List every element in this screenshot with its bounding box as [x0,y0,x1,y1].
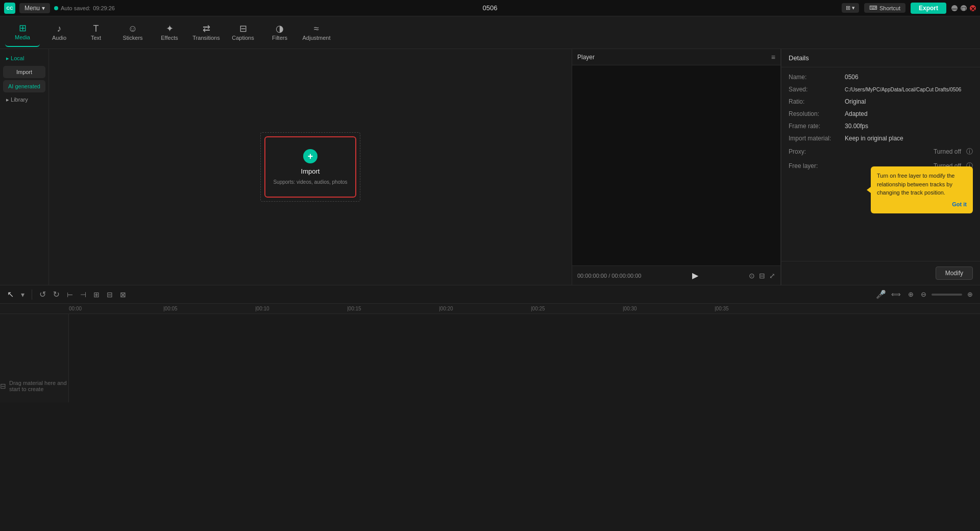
menu-button[interactable]: Menu ▾ [19,3,50,13]
library-label: ▸ Library [6,96,28,103]
player-menu-button[interactable]: ≡ [771,53,775,61]
maximize-button[interactable]: □ [961,5,967,11]
drag-hint-text: Drag material here and start to create [9,380,68,392]
toolbar-text[interactable]: T Text [79,18,113,47]
import-sidebar-button[interactable]: Import [3,66,45,78]
proxy-row: Proxy: Turned off ⓘ [789,147,973,156]
saved-value: C:/Users/MyPC/AppData/Local/CapCut Draft… [845,87,961,92]
filters-label: Filters [272,35,287,41]
fullscreen-button[interactable]: ⤢ [769,272,775,280]
toolbar-audio[interactable]: ♪ Audio [42,18,77,47]
undo-button[interactable]: ↺ [37,288,48,300]
play-button[interactable]: ▶ [692,271,698,280]
media-label: Media [15,34,30,40]
layout-chevron: ▾ [852,5,855,11]
timeline-ruler: 00:00 |00:05 |00:10 |00:15 |00:20 |00:25… [0,304,980,314]
tooltip-text: Turn on free layer to modify the relatio… [877,173,954,196]
text-label: Text [91,35,101,41]
split-button[interactable]: ⊢ [65,289,75,300]
media-icon: ⊞ [19,23,27,33]
resolution-label: Resolution: [789,110,845,117]
toolbar-media[interactable]: ⊞ Media [5,18,40,47]
effects-icon: ✦ [166,24,174,33]
player-controls: 00:00:00:00 / 00:00:00:00 ▶ ⊙ ⊟ ⤢ [572,266,780,285]
modify-button[interactable]: Modify [936,267,973,280]
ai-generated-button[interactable]: AI generated [3,80,45,92]
layout-button[interactable]: ⊞ ▾ [842,3,859,13]
ratio-button[interactable]: ⊟ [759,272,765,280]
ratio-label: Ratio: [789,98,845,105]
details-footer: Modify [781,261,980,285]
sidebar-library[interactable]: ▸ Library [3,94,45,105]
sidebar-local[interactable]: ▸ Local [3,53,45,64]
shortcut-button[interactable]: ⌨ Shortcut [864,3,905,13]
timeline-toolbar: ↖ ▾ ↺ ↺ ⊢ ⊣ ⊞ ⊟ ⊠ 🎤 ⟺ ⊕ ⊖ ⊕ [0,285,980,304]
auto-save-text: Auto saved: [61,5,90,11]
player-title: Player [577,54,595,61]
close-button[interactable]: ✕ [970,5,976,11]
logo-icon: CC [4,3,15,14]
export-button[interactable]: Export [911,3,946,14]
select-tool-button[interactable]: ↖ [5,288,16,300]
text-icon: T [93,24,99,33]
delete-button[interactable]: ⊣ [78,289,88,300]
detail-import-material: Import material: Keep in original place [789,135,973,142]
select-chevron-button[interactable]: ▾ [19,289,27,300]
more-tools-button[interactable]: ⊠ [118,289,128,300]
player-area: Player ≡ 00:00:00:00 / 00:00:00:00 ▶ ⊙ ⊟… [572,49,781,285]
toolbar-separator [32,289,32,300]
import-button[interactable]: + Import Supports: videos, audios, photo… [264,136,356,198]
tooltip-got-it-button[interactable]: Got it [877,200,967,209]
menu-label: Menu [24,5,40,12]
timeline-right-controls: 🎤 ⟺ ⊕ ⊖ ⊕ [876,289,975,299]
free-layer-label: Free layer: [789,162,818,170]
toolbar-transitions[interactable]: ⇄ Transitions [189,18,224,47]
toolbar-adjustment[interactable]: ≈ Adjustment [299,18,334,47]
remove-track-button[interactable]: ⊟ [105,289,115,300]
adjustment-label: Adjustment [302,35,330,41]
timeline-area: ↖ ▾ ↺ ↺ ⊢ ⊣ ⊞ ⊟ ⊠ 🎤 ⟺ ⊕ ⊖ ⊕ 00:00 |00:05… [0,285,980,402]
framerate-label: Frame rate: [789,123,845,130]
zoom-out-button[interactable]: ⊖ [919,289,928,299]
fit-track-button[interactable]: ⟺ [889,289,903,299]
import-sublabel: Supports: videos, audios, photos [273,179,347,185]
toolbar-captions[interactable]: ⊟ Captions [226,18,260,47]
detail-name: Name: 0506 [789,74,973,81]
stickers-icon: ☺ [128,24,137,33]
menu-chevron: ▾ [42,5,45,12]
toolbar: ⊞ Media ♪ Audio T Text ☺ Stickers ✦ Effe… [0,16,980,49]
toolbar-effects[interactable]: ✦ Effects [152,18,187,47]
minimize-button[interactable]: ─ [951,5,958,11]
local-label: ▸ Local [6,55,24,62]
details-panel: Details Name: 0506 Saved: C:/Users/MyPC/… [781,49,980,285]
layout-icon: ⊞ [846,5,850,11]
microphone-button[interactable]: 🎤 [876,289,886,299]
ruler-mark-10: |00:10 [255,306,270,311]
name-value: 0506 [845,74,859,81]
add-track-button[interactable]: ⊞ [91,289,102,300]
left-sidebar: ▸ Local Import AI generated ▸ Library [0,49,49,285]
ruler-mark-15: |00:15 [347,306,361,311]
zoom-bar-button[interactable] [932,294,962,296]
main-layout: ▸ Local Import AI generated ▸ Library + … [0,49,980,285]
zoom-in-button[interactable]: ⊕ [906,289,916,299]
snapshot-button[interactable]: ⊙ [749,272,755,280]
detail-resolution: Resolution: Adapted [789,110,973,117]
redo-button[interactable]: ↺ [51,288,62,300]
name-label: Name: [789,74,845,81]
zoom-reset-button[interactable]: ⊕ [965,289,975,299]
player-ctrl-right: ⊙ ⊟ ⤢ [749,272,775,280]
toolbar-filters[interactable]: ◑ Filters [262,18,297,47]
proxy-info-button[interactable]: ⓘ [966,147,973,156]
time-current: 00:00:00:00 [577,273,607,279]
auto-save-dot [54,6,58,10]
media-area: + Import Supports: videos, audios, photo… [49,49,572,285]
proxy-toggle-right: Turned off ⓘ [934,147,973,156]
auto-save-time: 09:29:26 [93,5,115,11]
detail-saved: Saved: C:/Users/MyPC/AppData/Local/CapCu… [789,86,973,93]
adjustment-icon: ≈ [314,24,319,33]
transitions-label: Transitions [192,35,219,41]
free-layer-tooltip: Turn on free layer to modify the relatio… [871,166,973,213]
details-header: Details [781,49,980,67]
toolbar-stickers[interactable]: ☺ Stickers [115,18,150,47]
